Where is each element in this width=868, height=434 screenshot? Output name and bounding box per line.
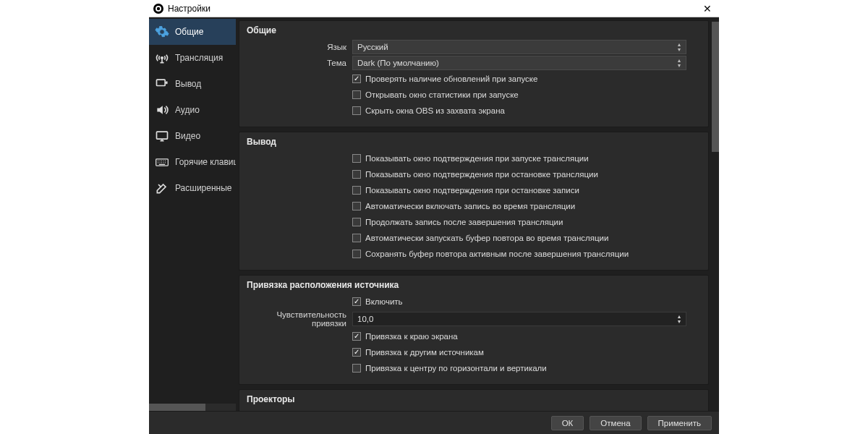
section-general: Общие Язык Русский▲▼ Тема Dark (По умолч… [239,20,709,127]
app-logo-icon [153,4,163,14]
check-label: Показывать окно подтверждения при запуск… [365,154,589,163]
label-language: Язык [247,43,352,51]
snap-sensitivity-input[interactable]: 10,0▲▼ [352,312,686,326]
close-button[interactable]: ✕ [700,3,715,14]
check-label: Автоматически включать запись во время т… [365,202,575,210]
check-label: Привязка к центру по горизонтали и верти… [365,364,547,373]
section-title: Общие [247,25,701,35]
section-output: Вывод Показывать окно подтверждения при … [239,132,709,271]
label-snap-sensitivity: Чувствительность привязки [247,310,352,328]
sidebar-horiz-scrollbar[interactable] [149,404,236,411]
sidebar-item-audio[interactable]: Аудио [149,97,236,123]
sidebar-item-label: Вывод [175,79,201,89]
spinner-icon: ▲▼ [674,56,684,69]
confirm-stop-record-checkbox[interactable] [352,186,361,195]
sidebar-item-label: Общие [175,27,203,37]
sidebar-item-label: Трансляция [175,53,223,63]
check-label: Показывать окно подтверждения при остано… [365,186,579,195]
open-stats-checkbox[interactable] [352,90,361,99]
snap-center-checkbox[interactable] [352,364,361,373]
check-label: Включить [365,297,403,306]
check-label: Привязка к другим источникам [365,348,484,357]
svg-rect-3 [157,80,166,85]
section-title: Вывод [247,137,701,147]
language-value: Русский [357,43,388,51]
spinner-icon: ▲▼ [674,41,684,54]
section-title: Проекторы [247,394,701,404]
content-scrollarea: Общие Язык Русский▲▼ Тема Dark (По умолч… [236,17,712,411]
section-title: Привязка расположения источника [247,280,701,290]
content-vert-scrollbar[interactable] [712,17,719,411]
snap-enable-checkbox[interactable] [352,297,361,306]
section-projectors: Проекторы Скрыть курсор за проекторы Пок… [239,389,709,411]
window-title: Настройки [168,4,210,14]
section-source-snapping: Привязка расположения источника Включить… [239,275,709,385]
footer: ОК Отмена Применить [149,411,719,434]
tools-icon [155,181,169,195]
snap-screen-edge-checkbox[interactable] [352,332,361,341]
sidebar-item-output[interactable]: Вывод [149,71,236,97]
language-select[interactable]: Русский▲▼ [352,40,686,54]
label-theme: Тема [247,59,352,67]
check-label: Автоматически запускать буфер повтора во… [365,234,608,242]
theme-value: Dark (По умолчанию) [357,59,439,67]
sidebar-item-label: Аудио [175,105,200,115]
check-updates-checkbox[interactable] [352,75,361,83]
check-label: Открывать окно статистики при запуске [365,90,519,99]
sidebar-item-stream[interactable]: Трансляция [149,45,236,71]
check-label: Скрыть окна OBS из захвата экрана [365,106,505,115]
confirm-stop-stream-checkbox[interactable] [352,170,361,179]
keyboard-icon [155,155,169,169]
settings-window: Настройки ✕ Общие Трансляция В [149,0,719,434]
antenna-icon [155,51,169,65]
check-label: Сохранять буфер повтора активным после з… [365,250,629,258]
sidebar-item-label: Видео [175,131,200,141]
sidebar: Общие Трансляция Вывод Аудио [149,17,236,411]
svg-point-1 [157,7,160,9]
gear-icon [155,25,169,39]
sidebar-item-advanced[interactable]: Расширенные [149,175,236,201]
theme-select[interactable]: Dark (По умолчанию)▲▼ [352,56,686,70]
speaker-icon [155,103,169,117]
sidebar-item-label: Расширенные [175,183,232,193]
sidebar-item-general[interactable]: Общие [149,19,236,45]
hide-obs-checkbox[interactable] [352,106,361,115]
keep-replay-buffer-checkbox[interactable] [352,250,361,258]
snap-other-sources-checkbox[interactable] [352,348,361,357]
ok-button[interactable]: ОК [551,416,584,430]
cancel-button[interactable]: Отмена [590,416,641,430]
svg-rect-4 [157,132,168,139]
auto-record-checkbox[interactable] [352,202,361,210]
check-label: Продолжать запись после завершения транс… [365,218,563,226]
check-label: Привязка к краю экрана [365,332,458,341]
sidebar-item-label: Горячие клавиши [175,157,236,167]
check-label: Проверять наличие обновлений при запуске [365,75,537,83]
auto-replay-buffer-checkbox[interactable] [352,234,361,242]
spinner-icon: ▲▼ [674,312,684,326]
confirm-start-stream-checkbox[interactable] [352,154,361,163]
titlebar: Настройки ✕ [149,0,719,17]
output-icon [155,77,169,91]
monitor-icon [155,129,169,143]
snap-sensitivity-value: 10,0 [357,315,373,323]
sidebar-item-hotkeys[interactable]: Горячие клавиши [149,149,236,175]
keep-record-after-stream-checkbox[interactable] [352,218,361,226]
sidebar-item-video[interactable]: Видео [149,123,236,149]
apply-button[interactable]: Применить [647,416,712,430]
check-label: Показывать окно подтверждения при остано… [365,170,598,179]
